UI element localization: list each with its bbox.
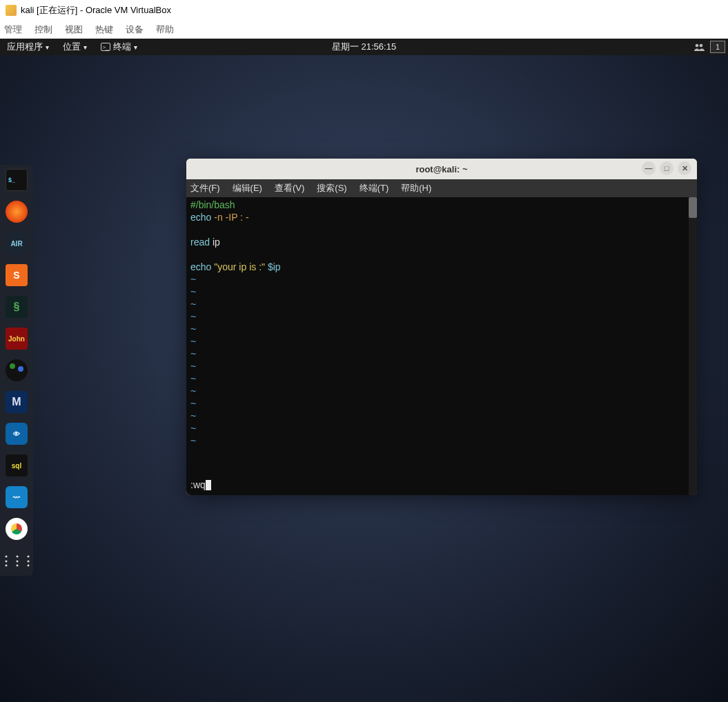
host-menu-view[interactable]: 视图 [65,23,83,36]
term-menu-view[interactable]: 查看(V) [275,182,304,194]
svg-point-0 [696,44,699,48]
vim-empty-line: ~ [190,298,693,310]
terminal-menubar: 文件(F) 编辑(E) 查看(V) 搜索(S) 终端(T) 帮助(H) [186,179,697,197]
host-menu-devices[interactable]: 设备 [126,23,144,36]
terminal-window: root@kali: ~ — □ ✕ 文件(F) 编辑(E) 查看(V) 搜索(… [186,159,697,495]
editor-line [190,248,693,261]
terminal-icon: >_ [101,43,110,51]
panel-applications-label: 应用程序 [7,41,43,53]
firefox-app[interactable] [6,201,28,223]
guest-desktop: 应用程序▾ 位置▾ >_ 终端▾ 星期一 21:56:15 1 $_AIRS§J… [0,39,728,702]
panel-applications[interactable]: 应用程序▾ [0,39,56,55]
vim-empty-line: ~ [190,410,693,422]
chromium-app[interactable] [6,518,28,540]
term-menu-term[interactable]: 终端(T) [360,182,389,194]
vim-empty-line: ~ [190,323,693,335]
chevron-down-icon: ▾ [83,43,87,51]
chevron-down-icon: ▾ [46,43,49,51]
users-icon[interactable] [693,42,705,52]
virtualbox-icon [6,5,17,16]
scrollbar-thumb[interactable] [689,197,697,218]
term-menu-file[interactable]: 文件(F) [190,182,220,194]
host-menu-manage[interactable]: 管理 [4,23,22,36]
vim-empty-line: ~ [190,397,693,410]
burpsuite-app[interactable]: S [6,264,28,286]
terminal-body[interactable]: #/bin/bash echo -n -IP : - read ip echo … [186,197,697,495]
text-cursor [206,480,211,490]
panel-places[interactable]: 位置▾ [56,39,94,55]
nmap-app[interactable] [6,359,28,381]
editor-line: echo "your ip is :" $ip [190,261,693,273]
vim-empty-line: ~ [190,310,693,323]
vim-empty-line: ~ [190,273,693,285]
panel-clock: 星期一 21:56:15 [332,41,396,53]
vim-empty-line: ~ [190,385,693,397]
terminal-title: root@kali: ~ [415,164,467,174]
host-window-title: kali [正在运行] - Oracle VM VirtualBox [21,4,171,17]
sqlmap-app[interactable]: sql [6,454,28,477]
panel-terminal[interactable]: >_ 终端▾ [94,39,144,55]
editor-line: read ip [190,236,693,248]
term-menu-search[interactable]: 搜索(S) [317,182,346,194]
editor-line: #/bin/bash [190,199,693,211]
vim-empty-line: ~ [190,422,693,434]
vim-empty-line: ~ [190,348,693,360]
metasploit-app[interactable]: M [6,391,28,413]
vim-empty-line: ~ [190,335,693,348]
wireshark-app[interactable]: 〰 [6,486,28,508]
aircrack-app[interactable]: AIR [6,232,28,254]
host-menu-control[interactable]: 控制 [35,23,52,36]
terminal-titlebar[interactable]: root@kali: ~ — □ ✕ [186,159,697,179]
top-panel: 应用程序▾ 位置▾ >_ 终端▾ 星期一 21:56:15 1 [0,39,728,55]
close-button[interactable]: ✕ [678,161,691,175]
editor-line: echo -n -IP : - [190,211,693,223]
scrollbar-track[interactable] [689,197,697,495]
vim-command-line[interactable]: :wq [190,479,211,491]
workspace-indicator[interactable]: 1 [710,41,725,53]
term-menu-edit[interactable]: 编辑(E) [233,182,262,194]
host-menubar: 管理 控制 视图 热键 设备 帮助 [0,21,728,39]
vim-empty-line: ~ [190,372,693,385]
minimize-button[interactable]: — [642,161,656,175]
vim-empty-line: ~ [190,360,693,372]
vim-empty-line: ~ [190,434,693,447]
host-menu-help[interactable]: 帮助 [156,23,174,36]
host-window-titlebar: kali [正在运行] - Oracle VM VirtualBox [0,0,728,21]
panel-terminal-label: 终端 [113,41,131,53]
maltego-app[interactable]: 👁 [6,423,28,445]
chevron-down-icon: ▾ [134,43,137,51]
host-menu-hotkey[interactable]: 热键 [95,23,113,36]
svg-point-1 [700,44,703,48]
vim-empty-line: ~ [190,285,693,298]
editor-line [190,223,693,236]
app-grid[interactable]: ⋮⋮⋮ [6,550,28,572]
terminal-app[interactable]: $_ [6,169,28,191]
panel-places-label: 位置 [63,41,81,53]
maximize-button[interactable]: □ [660,161,673,175]
hydra-app[interactable]: § [6,296,28,318]
john-app[interactable]: John [6,328,28,350]
term-menu-help[interactable]: 帮助(H) [401,182,431,194]
left-dock: $_AIRS§JohnM👁sql〰⋮⋮⋮ [0,165,33,576]
